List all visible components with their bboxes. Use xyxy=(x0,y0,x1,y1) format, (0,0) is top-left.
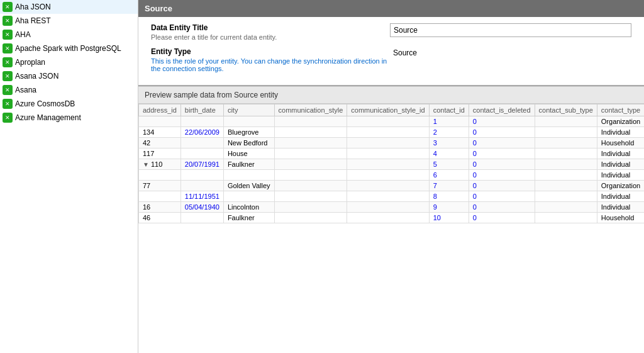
connector-icon xyxy=(3,71,13,81)
table-cell: 134 xyxy=(139,127,181,138)
table-row: 117House40IndividualUnited States12 xyxy=(139,148,645,159)
table-cell: 8 xyxy=(429,191,469,202)
table-row: 60Individual xyxy=(139,170,645,181)
sidebar-item-0[interactable]: Aha JSON xyxy=(0,0,138,14)
table-cell: 0 xyxy=(469,170,535,181)
table-cell xyxy=(274,116,347,127)
data-entity-title-input[interactable] xyxy=(390,23,631,37)
table-cell: Bluegrove xyxy=(223,127,274,138)
table-cell: 0 xyxy=(469,159,535,170)
table-cell: Household xyxy=(597,213,644,223)
table-wrapper[interactable]: address_id birth_date city communication… xyxy=(138,104,644,353)
table-cell: Golden Valley xyxy=(223,181,274,191)
table-cell xyxy=(274,138,347,148)
table-cell xyxy=(535,127,597,138)
table-cell xyxy=(180,138,223,148)
connector-icon xyxy=(3,99,13,109)
table-cell xyxy=(274,148,347,159)
table-cell: 0 xyxy=(469,148,535,159)
table-cell: Lincolnton xyxy=(223,202,274,213)
connector-icon xyxy=(3,30,13,40)
data-table: address_id birth_date city communication… xyxy=(138,104,644,223)
entity-type-value: Source xyxy=(390,47,631,59)
table-row: 11/11/195180Individual xyxy=(139,191,645,202)
table-cell: 4 xyxy=(429,148,469,159)
sidebar-item-5[interactable]: Asana JSON xyxy=(0,69,138,83)
sidebar-label: Asana JSON xyxy=(15,72,58,81)
table-cell: 0 xyxy=(469,116,535,127)
sidebar-label: Apache Spark with PostgreSQL xyxy=(15,44,121,53)
table-cell: 2 xyxy=(429,127,469,138)
col-contact_sub_type: contact_sub_type xyxy=(535,104,597,116)
table-cell: 117 xyxy=(139,148,181,159)
sidebar-item-7[interactable]: Azure CosmosDB xyxy=(0,97,138,111)
sidebar-label: Asana xyxy=(15,86,36,94)
entity-type-row: Entity Type This is the role of your ent… xyxy=(151,47,631,72)
sidebar-item-2[interactable]: AHA xyxy=(0,28,138,42)
sidebar: Aha JSONAha RESTAHAApache Spark with Pos… xyxy=(0,0,138,353)
table-cell xyxy=(139,116,181,127)
table-cell: Faulkner xyxy=(223,159,274,170)
table-cell xyxy=(274,181,347,191)
table-cell: Faulkner xyxy=(223,213,274,223)
col-address_id: address_id xyxy=(139,104,181,116)
table-cell xyxy=(535,202,597,213)
table-cell: New Bedford xyxy=(223,138,274,148)
table-cell xyxy=(535,138,597,148)
sidebar-label: Aha JSON xyxy=(15,3,51,11)
table-cell xyxy=(347,170,429,181)
table-cell: 46 xyxy=(139,213,181,223)
sidebar-item-3[interactable]: Apache Spark with PostgreSQL xyxy=(0,42,138,55)
sidebar-item-4[interactable]: Aproplan xyxy=(0,55,138,69)
table-cell: 1 xyxy=(429,116,469,127)
table-cell: Household xyxy=(597,138,644,148)
table-cell: 7 xyxy=(429,181,469,191)
table-cell: Individual xyxy=(597,202,644,213)
connector-icon xyxy=(3,57,13,67)
data-entity-title-sub: Please enter a title for current data en… xyxy=(151,33,390,41)
table-cell: Individual xyxy=(597,159,644,170)
col-city: city xyxy=(223,104,274,116)
table-cell xyxy=(274,202,347,213)
table-cell xyxy=(347,116,429,127)
sidebar-label: Azure Management xyxy=(15,113,81,122)
table-cell: 10 xyxy=(429,213,469,223)
table-cell: 16 xyxy=(139,202,181,213)
sidebar-label: AHA xyxy=(15,30,31,39)
col-contact_id: contact_id xyxy=(429,104,469,116)
table-cell: 20/07/1991 xyxy=(180,159,223,170)
table-cell: 9 xyxy=(429,202,469,213)
table-cell xyxy=(535,191,597,202)
table-cell: 0 xyxy=(469,213,535,223)
table-cell xyxy=(223,116,274,127)
table-cell xyxy=(535,159,597,170)
sidebar-item-6[interactable]: Asana xyxy=(0,83,138,97)
table-cell: 0 xyxy=(469,181,535,191)
sidebar-label: Aha REST xyxy=(15,16,51,25)
table-cell xyxy=(180,213,223,223)
table-cell: 42 xyxy=(139,138,181,148)
table-cell xyxy=(180,116,223,127)
table-row: 1605/04/1940Lincolnton90IndividualUnited… xyxy=(139,202,645,213)
table-cell: 0 xyxy=(469,202,535,213)
table-cell xyxy=(274,191,347,202)
table-cell xyxy=(180,170,223,181)
entity-type-sub: This is the role of your entity. You can… xyxy=(151,57,390,72)
table-cell: Individual xyxy=(597,170,644,181)
data-entity-title-row: Data Entity Title Please enter a title f… xyxy=(151,23,631,41)
table-cell: House xyxy=(223,148,274,159)
connector-icon xyxy=(3,113,13,123)
table-cell: 22/06/2009 xyxy=(180,127,223,138)
table-cell: 5 xyxy=(429,159,469,170)
sidebar-label: Aproplan xyxy=(15,58,45,67)
table-cell: Organization xyxy=(597,181,644,191)
connector-icon xyxy=(3,2,13,12)
table-cell xyxy=(274,213,347,223)
table-cell xyxy=(535,116,597,127)
sidebar-item-8[interactable]: Azure Management xyxy=(0,111,138,125)
table-header-row: address_id birth_date city communication… xyxy=(139,104,645,116)
table-cell xyxy=(180,181,223,191)
table-cell xyxy=(347,213,429,223)
sidebar-item-1[interactable]: Aha REST xyxy=(0,14,138,28)
connector-icon xyxy=(3,43,13,53)
